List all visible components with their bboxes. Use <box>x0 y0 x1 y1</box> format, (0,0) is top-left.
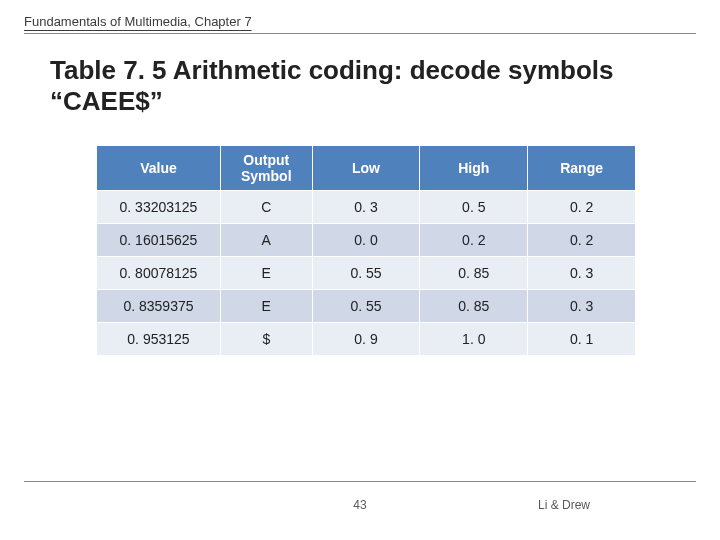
cell-high: 0. 85 <box>420 290 528 323</box>
cell-range: 0. 2 <box>528 191 636 224</box>
slide: Fundamentals of Multimedia, Chapter 7 Ta… <box>0 0 720 540</box>
cell-high: 0. 2 <box>420 224 528 257</box>
table-row: 0. 953125 $ 0. 9 1. 0 0. 1 <box>97 323 636 356</box>
cell-range: 0. 3 <box>528 290 636 323</box>
cell-symbol: C <box>220 191 312 224</box>
cell-value: 0. 953125 <box>97 323 221 356</box>
col-high: High <box>420 146 528 191</box>
col-low: Low <box>312 146 420 191</box>
table: Value Output Symbol Low High Range 0. 33… <box>96 145 636 356</box>
cell-range: 0. 3 <box>528 257 636 290</box>
cell-low: 0. 9 <box>312 323 420 356</box>
cell-high: 1. 0 <box>420 323 528 356</box>
cell-symbol: A <box>220 224 312 257</box>
table-row: 0. 8359375 E 0. 55 0. 85 0. 3 <box>97 290 636 323</box>
cell-high: 0. 85 <box>420 257 528 290</box>
table-row: 0. 16015625 A 0. 0 0. 2 0. 2 <box>97 224 636 257</box>
cell-value: 0. 16015625 <box>97 224 221 257</box>
cell-low: 0. 3 <box>312 191 420 224</box>
table-header-row: Value Output Symbol Low High Range <box>97 146 636 191</box>
decode-table: Value Output Symbol Low High Range 0. 33… <box>96 145 636 356</box>
footer-authors: Li & Drew <box>538 498 590 512</box>
cell-low: 0. 0 <box>312 224 420 257</box>
table-row: 0. 80078125 E 0. 55 0. 85 0. 3 <box>97 257 636 290</box>
slide-title: Table 7. 5 Arithmetic coding: decode sym… <box>50 55 690 117</box>
chapter-header: Fundamentals of Multimedia, Chapter 7 <box>24 14 696 34</box>
cell-low: 0. 55 <box>312 257 420 290</box>
cell-value: 0. 33203125 <box>97 191 221 224</box>
col-range: Range <box>528 146 636 191</box>
footer-rule <box>24 481 696 482</box>
cell-symbol: E <box>220 257 312 290</box>
cell-high: 0. 5 <box>420 191 528 224</box>
cell-range: 0. 1 <box>528 323 636 356</box>
cell-symbol: $ <box>220 323 312 356</box>
cell-value: 0. 8359375 <box>97 290 221 323</box>
cell-symbol: E <box>220 290 312 323</box>
cell-value: 0. 80078125 <box>97 257 221 290</box>
col-value: Value <box>97 146 221 191</box>
col-output: Output Symbol <box>220 146 312 191</box>
cell-range: 0. 2 <box>528 224 636 257</box>
page-number: 43 <box>0 498 720 512</box>
table-row: 0. 33203125 C 0. 3 0. 5 0. 2 <box>97 191 636 224</box>
cell-low: 0. 55 <box>312 290 420 323</box>
